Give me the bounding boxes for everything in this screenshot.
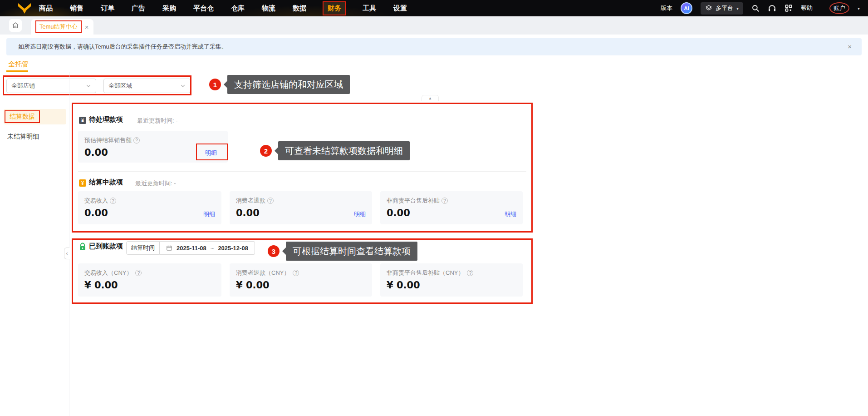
- card-label: 非商责平台售后补贴（CNY） ?: [387, 269, 473, 277]
- close-icon[interactable]: ×: [848, 38, 852, 55]
- help-icon[interactable]: ?: [135, 270, 142, 276]
- divider: [0, 72, 868, 72]
- card-label-text: 交易收入（CNY）: [84, 269, 132, 277]
- card-value: 0.00: [387, 208, 410, 218]
- nav-item-warehouse[interactable]: 仓库: [230, 2, 245, 15]
- account-label[interactable]: 账户: [829, 2, 849, 14]
- help-icon[interactable]: ?: [441, 198, 448, 204]
- help-icon[interactable]: ?: [293, 270, 299, 276]
- pending-updated-time: 最近更新时间: -: [137, 117, 178, 125]
- detail-link[interactable]: 明细: [354, 210, 366, 218]
- search-icon[interactable]: [751, 4, 760, 12]
- date-end: 2025-12-08: [218, 245, 248, 252]
- nav-item-tools[interactable]: 工具: [362, 2, 377, 15]
- apps-grid-icon[interactable]: [785, 4, 793, 12]
- annotation-3-tooltip: 可根据结算时间查看结算款项: [286, 242, 417, 261]
- nav-item-sales[interactable]: 销售: [69, 2, 84, 15]
- pending-detail-link[interactable]: 明细: [205, 149, 217, 157]
- annotation-2-tooltip: 可查看未结算款项数据和明细: [278, 141, 410, 160]
- help-icon[interactable]: ?: [467, 270, 473, 276]
- settling-section-title: 结算中款项: [89, 178, 123, 187]
- notice-banner-text: 如所选日期没有数据，请确认Temu后台的采集插件任务是否启动并完成了采集。: [18, 38, 862, 55]
- lock-icon: [79, 243, 86, 251]
- pending-card-value: 0.00: [84, 147, 108, 158]
- nav-item-data[interactable]: 数据: [292, 2, 307, 15]
- sidebar-item-label: 结算数据: [5, 110, 40, 123]
- chevron-down-icon: [86, 83, 91, 89]
- logo-icon[interactable]: [17, 2, 32, 14]
- card-label: 消费者退款（CNY） ?: [236, 269, 299, 277]
- nav-item-settings[interactable]: 设置: [392, 2, 408, 15]
- card-label-text: 交易收入: [84, 197, 108, 205]
- card-label: 非商责平台售后补贴 ?: [387, 197, 448, 205]
- caret-down-icon[interactable]: ▾: [858, 6, 860, 11]
- home-button[interactable]: [9, 19, 22, 32]
- nav-item-logistics[interactable]: 物流: [261, 2, 276, 15]
- notice-banner: 如所选日期没有数据，请确认Temu后台的采集插件任务是否启动并完成了采集。 ×: [6, 38, 862, 55]
- pending-card-label-text: 预估待结算销售额: [84, 136, 132, 144]
- sidebar-item-settlement-data[interactable]: 结算数据: [4, 109, 66, 124]
- annotation-1: 1 支持筛选店铺的和对应区域: [209, 75, 350, 94]
- nav-item-purchase[interactable]: 采购: [162, 2, 177, 15]
- help-icon[interactable]: ?: [110, 198, 116, 204]
- card-value: 0.00: [236, 208, 260, 218]
- detail-link[interactable]: 明细: [505, 210, 516, 218]
- settlement-time-filter: 结算时间 2025-11-08 ~ 2025-12-08: [126, 241, 255, 255]
- date-separator: ~: [211, 245, 214, 252]
- settling-card-platform-subsidy: 非商责平台售后补贴 ? 0.00 明细: [380, 191, 523, 224]
- collapse-up-icon[interactable]: ▲: [422, 95, 439, 101]
- shop-select-value: 全部店铺: [11, 82, 35, 90]
- card-label: 交易收入（CNY） ?: [84, 269, 142, 277]
- caret-down-icon: ▾: [736, 6, 739, 11]
- card-label-text: 消费者退款: [236, 197, 265, 205]
- divider: [78, 171, 526, 172]
- card-label-text: 非商责平台售后补贴（CNY）: [387, 269, 464, 277]
- settling-card-transaction-income: 交易收入 ? 0.00 明细: [78, 191, 221, 224]
- headset-icon[interactable]: [768, 4, 776, 13]
- received-section-title: 已到账款项: [89, 242, 123, 251]
- settlement-time-label[interactable]: 结算时间: [126, 241, 160, 255]
- nav-item-orders[interactable]: 订单: [100, 2, 115, 15]
- annotation-3-number: 3: [268, 245, 280, 257]
- help-icon[interactable]: ?: [133, 137, 140, 144]
- tab-label: Temu结算中心: [35, 20, 82, 33]
- pending-section-icon: ¥: [79, 117, 86, 124]
- card-value: ¥ 0.00: [84, 280, 118, 291]
- card-label: 交易收入 ?: [84, 197, 116, 205]
- divider: [72, 101, 868, 101]
- annotation-3: 3 可根据结算时间查看结算款项: [268, 242, 417, 261]
- tab-temu-settlement-center[interactable]: Temu结算中心 ×: [31, 19, 93, 35]
- card-label-text: 消费者退款（CNY）: [236, 269, 289, 277]
- collapse-left-icon[interactable]: ‹: [64, 248, 69, 259]
- received-card-transaction-income: 交易收入（CNY） ? ¥ 0.00: [78, 263, 221, 297]
- help-icon[interactable]: ?: [267, 198, 274, 204]
- nav-item-products[interactable]: 商品: [38, 2, 54, 15]
- home-icon: [12, 22, 19, 29]
- layers-icon: [705, 5, 712, 12]
- annotation-2-number: 2: [260, 145, 272, 157]
- region-select[interactable]: 全部区域: [103, 79, 191, 93]
- date-range-picker[interactable]: 2025-11-08 ~ 2025-12-08: [160, 241, 255, 255]
- ai-badge[interactable]: AI: [681, 2, 692, 14]
- nav-item-platform-warehouse[interactable]: 平台仓: [192, 2, 215, 15]
- version-label[interactable]: 版本: [661, 4, 672, 12]
- chevron-down-icon: [180, 83, 186, 89]
- pending-card: 预估待结算销售额 ? 0.00 明细: [78, 131, 228, 163]
- card-value: 0.00: [84, 208, 108, 218]
- pending-section-title: 待处理款项: [89, 115, 123, 124]
- detail-link[interactable]: 明细: [203, 210, 215, 218]
- settling-card-consumer-refund: 消费者退款 ? 0.00 明细: [230, 191, 372, 224]
- shop-select[interactable]: 全部店铺: [6, 79, 96, 93]
- nav-item-ads[interactable]: 广告: [131, 2, 146, 15]
- card-label: 消费者退款 ?: [236, 197, 274, 205]
- help-link[interactable]: 帮助: [801, 4, 813, 12]
- nav-item-finance[interactable]: 财务: [323, 1, 346, 15]
- region-select-value: 全部区域: [108, 82, 132, 90]
- tab-fully-managed[interactable]: 全托管: [8, 60, 29, 69]
- card-value: ¥ 0.00: [236, 280, 270, 291]
- platform-switcher[interactable]: 多平台 ▾: [701, 2, 743, 15]
- card-label-text: 非商责平台售后补贴: [387, 197, 440, 205]
- sidebar-item-unsettled-detail[interactable]: 未结算明细: [7, 133, 39, 141]
- close-icon[interactable]: ×: [85, 23, 89, 31]
- settling-section-icon: ¥: [79, 179, 86, 187]
